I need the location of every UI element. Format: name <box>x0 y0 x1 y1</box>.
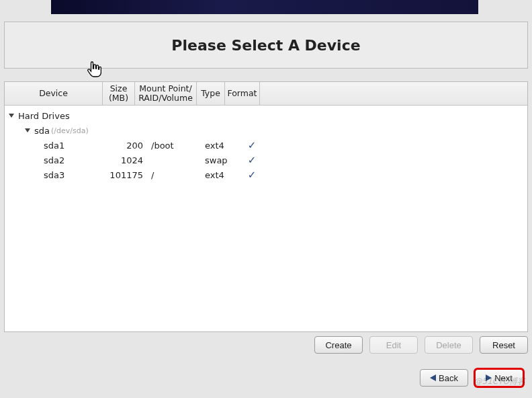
col-format[interactable]: Format <box>225 82 260 105</box>
delete-button: Delete <box>425 336 473 354</box>
col-spacer <box>260 82 527 105</box>
partition-format: ✓ <box>234 139 269 151</box>
partition-format: ✓ <box>234 154 269 166</box>
disk-name: sda <box>34 126 50 136</box>
partition-format: ✓ <box>234 169 269 181</box>
edit-button: Edit <box>369 336 418 354</box>
root-label: Hard Drives <box>18 111 70 121</box>
hand-cursor-icon <box>87 61 101 79</box>
next-button[interactable]: Next <box>475 369 523 387</box>
partition-name: sda1 <box>9 141 108 151</box>
expand-icon[interactable] <box>9 114 14 118</box>
reset-button[interactable]: Reset <box>480 336 528 354</box>
banner-image <box>51 0 478 14</box>
back-label: Back <box>439 373 458 383</box>
disk-path: (/dev/sda) <box>50 126 89 135</box>
partition-mount: / <box>148 170 205 180</box>
col-mount[interactable]: Mount Point/ RAID/Volume <box>135 82 197 105</box>
table-body: Hard Drives sda (/dev/sda) sda1 200 /boo… <box>5 106 527 185</box>
check-icon: ✓ <box>248 154 257 166</box>
table-row[interactable]: sda1 200 /boot ext4 ✓ <box>5 138 527 153</box>
col-size[interactable]: Size (MB) <box>103 82 135 105</box>
action-buttons: Create Edit Delete Reset <box>314 336 528 354</box>
tree-disk[interactable]: sda (/dev/sda) <box>5 123 527 138</box>
partition-name: sda2 <box>9 155 108 165</box>
tree-root[interactable]: Hard Drives <box>5 108 527 123</box>
partition-size: 1024 <box>108 155 148 165</box>
partition-mount: /boot <box>148 141 205 151</box>
table-row[interactable]: sda2 1024 swap ✓ <box>5 153 527 167</box>
expand-icon[interactable] <box>25 128 30 132</box>
device-table: Device Size (MB) Mount Point/ RAID/Volum… <box>4 81 528 332</box>
nav-buttons: Back Next <box>420 369 523 387</box>
table-header: Device Size (MB) Mount Point/ RAID/Volum… <box>5 82 527 106</box>
title-panel: Please Select A Device <box>4 22 528 69</box>
check-icon: ✓ <box>248 169 257 181</box>
partition-size: 200 <box>108 141 148 151</box>
check-icon: ✓ <box>248 139 257 151</box>
arrow-right-icon <box>486 374 492 381</box>
col-type[interactable]: Type <box>197 82 225 105</box>
next-label: Next <box>494 373 513 383</box>
partition-type: swap <box>205 155 234 165</box>
arrow-left-icon <box>430 374 436 381</box>
partition-type: ext4 <box>205 170 234 180</box>
partition-name: sda3 <box>9 170 108 180</box>
create-button[interactable]: Create <box>314 336 363 354</box>
partition-size: 101175 <box>108 170 148 180</box>
partition-type: ext4 <box>205 141 234 151</box>
table-row[interactable]: sda3 101175 / ext4 ✓ <box>5 167 527 182</box>
back-button[interactable]: Back <box>420 369 468 387</box>
col-device[interactable]: Device <box>5 82 103 105</box>
page-title: Please Select A Device <box>171 37 360 54</box>
